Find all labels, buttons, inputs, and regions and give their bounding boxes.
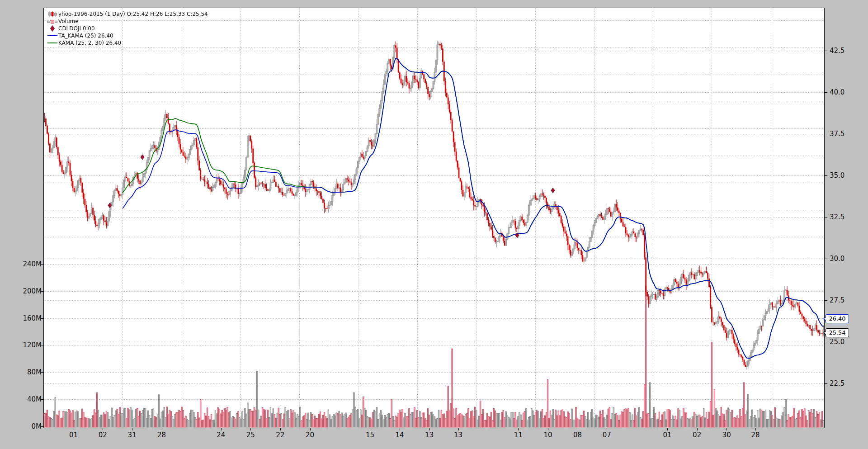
time-tick-label: 13 [420,431,439,439]
time-tick-label: 08 [568,431,588,439]
price-tick-label: 30.0 [830,255,844,263]
time-tick-mark [310,428,311,430]
price-tick-label: 25.0 [830,338,844,346]
time-tick-mark [280,428,281,430]
time-tick-label: 24 [211,431,231,439]
volume-tick-label: 240M [0,260,42,268]
time-tick-mark [667,428,668,430]
volume-icon [47,19,58,24]
time-tick-label: 31 [122,431,142,439]
volume-tick-label: 0M [0,422,42,430]
legend-item-label: yhoo-1996-2015 (1 Day) O:25.42 H:26 L:25… [58,11,208,17]
time-tick-label: 15 [360,431,380,439]
time-tick-mark [162,428,162,430]
price-tick-label: 32.5 [830,213,844,221]
time-tick-label: 01 [64,431,84,439]
price-tick-mark [825,92,827,93]
volume-tick-mark [41,372,43,373]
price-tick-label: 42.5 [830,47,844,55]
legend-item-kama: KAMA (25, 2, 30) 26.40 [47,39,208,47]
time-tick-label: 30 [717,431,736,439]
time-tick-mark [370,428,370,430]
chart-canvas[interactable] [44,8,824,428]
time-tick-label: 02 [93,431,113,439]
time-tick-mark [400,428,400,430]
price-tick-mark [825,51,827,51]
kama-price-tag: 26.40 [826,314,849,323]
time-tick-mark [132,428,132,430]
volume-tick-label: 80M [0,368,42,376]
price-plot-area: yhoo-1996-2015 (1 Day) O:25.42 H:26 L:25… [43,8,825,428]
time-tick-mark [250,428,251,430]
legend-item-label: Volume [58,18,79,24]
candlestick-icon [47,11,58,17]
time-tick-mark [697,428,698,430]
time-tick-label: 13 [448,431,468,439]
kama-line-icon [47,42,58,44]
time-tick-label: 14 [390,431,410,439]
price-tick-label: 40.0 [830,88,844,96]
time-tick-label: 01 [657,431,677,439]
time-tick-label: 11 [508,431,528,439]
time-tick-label: 22 [270,431,290,439]
volume-tick-mark [41,426,43,427]
time-tick-mark [458,428,459,430]
legend-item-label: TA_KAMA (25) 26.40 [58,33,113,39]
price-tick-label: 35.0 [830,171,844,180]
volume-tick-label: 200M [0,287,42,295]
volume-tick-mark [41,399,43,400]
time-tick-label: 10 [538,431,558,439]
time-tick-mark [548,428,548,430]
price-tag-arrow-inner [824,317,826,321]
time-tick-label: 07 [597,431,617,439]
price-tick-mark [825,134,827,134]
time-tick-mark [103,428,103,430]
price-tick-label: 37.5 [830,130,844,138]
doji-diamond-icon [47,25,58,32]
time-tick-mark [74,428,74,430]
price-tick-mark [825,175,827,176]
price-tick-mark [825,217,827,217]
volume-tick-label: 40M [0,395,42,403]
price-tick-mark [825,300,827,301]
time-tick-mark [518,428,519,430]
volume-tick-mark [41,318,43,319]
volume-tick-mark [41,264,43,265]
price-tag-arrow-inner [824,331,826,335]
price-tick-mark [825,383,827,384]
time-tick-mark [221,428,222,430]
legend-item-label: CDLDOJI 0.00 [58,25,95,32]
legend-item-label: KAMA (25, 2, 30) 26.40 [58,40,121,46]
time-tick-mark [607,428,607,430]
time-tick-label: 28 [152,431,172,439]
time-tick-label: 28 [745,431,765,439]
legend-item-cdldoji: CDLDOJI 0.00 [47,25,208,32]
legend-item-instrument: yhoo-1996-2015 (1 Day) O:25.42 H:26 L:25… [47,10,208,18]
ta-kama-line-icon [47,35,58,37]
time-tick-label: 25 [241,431,260,439]
last-price-tag: 25.54 [826,328,849,337]
volume-tick-label: 160M [0,314,42,322]
volume-tick-mark [41,345,43,345]
price-tick-mark [825,342,827,342]
time-tick-label: 02 [687,431,707,439]
legend: yhoo-1996-2015 (1 Day) O:25.42 H:26 L:25… [47,10,208,47]
time-tick-mark [755,428,756,430]
legend-item-ta-kama: TA_KAMA (25) 26.40 [47,32,208,39]
finplot-window: { "window": { "background": "#c1c1c1", "… [0,0,868,449]
time-tick-label: 20 [300,431,320,439]
time-tick-mark [726,428,727,430]
price-tick-label: 22.5 [830,379,844,388]
price-tick-mark [825,259,827,259]
volume-tick-mark [41,291,43,292]
volume-tick-label: 120M [0,341,42,349]
legend-item-volume: Volume [47,18,208,25]
time-tick-mark [578,428,578,430]
time-tick-mark [429,428,430,430]
price-tick-label: 27.5 [830,296,844,304]
